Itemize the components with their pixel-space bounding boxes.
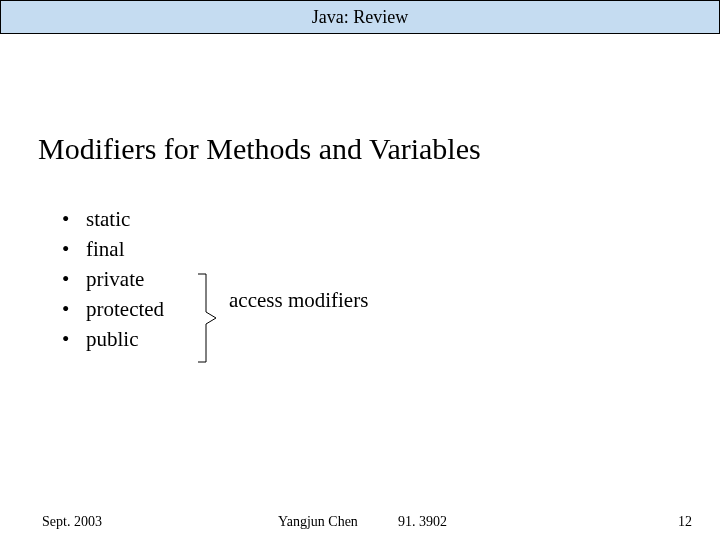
- slide-header: Java: Review: [0, 0, 720, 34]
- slide-footer: Sept. 2003 Yangjun Chen 91. 3902 12: [0, 504, 720, 540]
- modifier-list: • static • final • private • protected •…: [62, 204, 164, 354]
- footer-course: 91. 3902: [398, 514, 447, 530]
- list-item-label: private: [86, 264, 144, 294]
- list-item-label: protected: [86, 294, 164, 324]
- list-item: • protected: [62, 294, 164, 324]
- list-item: • static: [62, 204, 164, 234]
- slide-title: Modifiers for Methods and Variables: [38, 132, 481, 166]
- annotation-label: access modifiers: [229, 288, 368, 313]
- footer-date: Sept. 2003: [42, 514, 102, 530]
- bullet-icon: •: [62, 204, 86, 234]
- list-item: • private: [62, 264, 164, 294]
- header-title: Java: Review: [312, 7, 408, 28]
- footer-page-number: 12: [678, 514, 692, 530]
- bullet-icon: •: [62, 264, 86, 294]
- bracket-icon: [196, 272, 220, 364]
- slide-body: Modifiers for Methods and Variables • st…: [0, 34, 720, 540]
- bullet-icon: •: [62, 294, 86, 324]
- list-item-label: final: [86, 234, 124, 264]
- bullet-icon: •: [62, 234, 86, 264]
- list-item: • public: [62, 324, 164, 354]
- footer-author: Yangjun Chen: [278, 514, 358, 530]
- bullet-icon: •: [62, 324, 86, 354]
- list-item: • final: [62, 234, 164, 264]
- list-item-label: static: [86, 204, 130, 234]
- list-item-label: public: [86, 324, 139, 354]
